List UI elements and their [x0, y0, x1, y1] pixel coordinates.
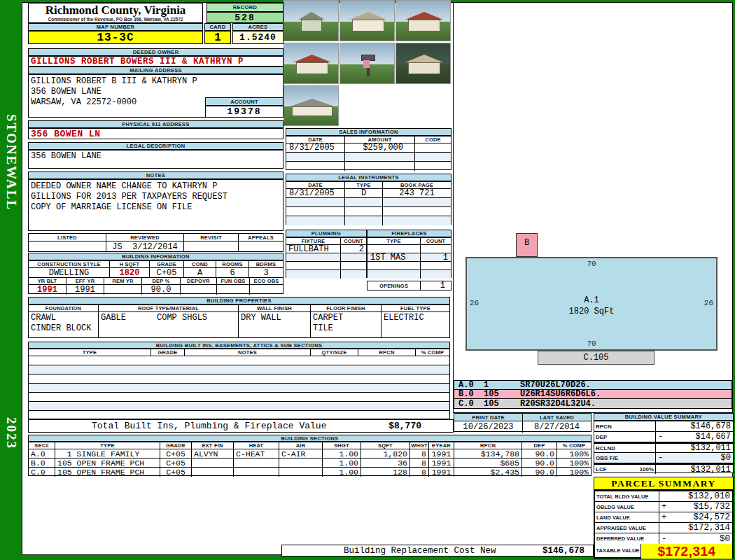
linst-date [286, 216, 345, 225]
sketch-section-c: C.105 [538, 351, 654, 365]
parcel-summary-row: DEFERRED VALUE - $0 [595, 533, 732, 544]
construction-style-value: DWELLING [29, 268, 110, 277]
photo-house-roof [290, 99, 335, 106]
bvs-operator [656, 465, 665, 474]
dep-pct-header: DEP % [142, 278, 181, 284]
sketch-code-row-b: B.0 105 U26R14SU6R6D6L6. [454, 390, 732, 399]
commissioner-line: Commissioner of the Revenue, PO Box 366,… [29, 17, 202, 22]
builtins-grade-header: GRADE [151, 349, 185, 356]
wall-finish-header: WALL FINISH [239, 305, 311, 312]
parcel-label: TOTAL BLDG VALUE [595, 491, 659, 501]
parcel-label: DEFERRED VALUE [595, 533, 659, 544]
sales-information-header: SALES INFORMATION [286, 128, 451, 136]
plumbing-row [286, 270, 366, 279]
linst-date: 8/31/2005 [286, 189, 345, 197]
photo-house-body [292, 106, 332, 116]
fixture-count-header: COUNT [341, 238, 366, 244]
building-section-row: A.0 1 SINGLE FAMILY C+05 ALVYN C-HEAT C-… [29, 449, 591, 458]
print-date-value: 10/26/2023 [454, 421, 523, 433]
roof-type: GABLE [101, 313, 126, 323]
fixture-value [286, 253, 341, 261]
building-value-row: OBS F/E - $0 [594, 453, 733, 463]
sketch-section-b: B [516, 233, 538, 257]
fixture-value: FULLBATH [286, 245, 341, 253]
sales-row [286, 162, 451, 171]
bvs-sublabel [646, 421, 656, 431]
sales-amount-header: AMOUNT [345, 136, 415, 143]
sqft-value: 128 [361, 468, 410, 477]
builtins-empty-row [29, 402, 449, 411]
sales-date [286, 162, 345, 171]
fireplace-type [368, 245, 421, 253]
code-section: A.0 [454, 381, 484, 389]
builtins-comp-header: % COMP [416, 349, 449, 356]
linst-bookpage [383, 207, 451, 216]
reviewed-value: JS 3/12/2014 [106, 241, 184, 252]
reviewed-header: REVIEWED [106, 234, 184, 241]
parcel-value: $24,572 [668, 512, 732, 522]
heat-value [234, 458, 279, 467]
shgt-header: SHGT [323, 442, 361, 449]
photo-garage-body [408, 62, 440, 74]
fireplace-row: 1ST MAS 1 [368, 253, 451, 262]
linst-type [345, 207, 383, 216]
year-tab-label: 2023 [1, 410, 21, 456]
builtins-total-value: $8,770 [388, 421, 421, 431]
card-number-value: 1 [204, 31, 231, 44]
legal-instrument-row: 8/31/2005 D 243 721 [286, 189, 451, 198]
parcel-operator: - [659, 533, 668, 544]
bvs-value: $132,011 [665, 444, 733, 452]
linst-date [286, 207, 345, 216]
floor-finish-line: TILE [313, 323, 381, 334]
type-value: 105 OPEN FRAME PCH [55, 458, 160, 467]
bvs-sublabel: 100% [646, 465, 656, 474]
replacement-cost-row: Building Replacement Cost New $146,678 [281, 545, 594, 556]
photo-house-roof [405, 12, 443, 20]
parcel-summary-table: TOTAL BLDG VALUE $132,010 OBLDG VALUE + … [594, 490, 734, 559]
parcel-label: LAND VALUE [595, 512, 659, 522]
whgt-value: 8 [410, 468, 429, 477]
fireplace-row [368, 245, 451, 253]
whgt-header: WHGT [410, 442, 429, 449]
dep-value: 90.0 [522, 449, 557, 458]
photo-house-body [352, 20, 384, 31]
openings-label: OPENINGS [368, 281, 421, 290]
fixture-value [286, 270, 341, 279]
taxable-value-row: TAXABLE VALUE $172,314 [595, 544, 732, 559]
parcel-operator: + [659, 502, 668, 512]
photo-house-body [408, 20, 440, 31]
builtins-empty-row [29, 393, 449, 402]
dep-header: DEP [522, 442, 557, 449]
fixture-header: FIXTURE [286, 238, 341, 244]
fireplace-type-header: TYPE [368, 238, 421, 244]
ecoobs-header: ECO OBS [250, 278, 283, 284]
grade-value: C+05 [160, 458, 192, 467]
air-value [279, 468, 323, 477]
parcel-summary-header: PARCEL SUMMARY [594, 477, 734, 490]
photo-house-roof [349, 12, 387, 20]
notes-header: NOTES [28, 172, 284, 179]
sec-header: SEC# [29, 442, 55, 449]
acres-header: ACRES [232, 23, 284, 31]
legal-instrument-row [286, 207, 451, 216]
property-photo [396, 0, 451, 41]
bdrms-value: 3 [249, 268, 283, 277]
type-value: 1 SINGLE FAMILY [55, 449, 160, 458]
linst-type-header: TYPE [345, 182, 383, 188]
fireplace-count [421, 262, 451, 270]
sketch-code-row-c: C.0 105 R20SR32D4L32U4. [454, 399, 732, 408]
sales-body: 8/31/2005 $259,000 [286, 144, 451, 171]
sketch-dim-bottom: 70 [467, 340, 716, 348]
roof-value: GABLECOMP SHGLS [99, 312, 239, 338]
parcel-summary-body: TOTAL BLDG VALUE $132,010 OBLDG VALUE + … [595, 491, 732, 544]
linst-date [286, 198, 345, 206]
type-header: TYPE [55, 442, 160, 449]
sales-code [415, 153, 451, 161]
bvs-label: OBS F/E [594, 453, 646, 463]
revisit-header: REVISIT [184, 234, 239, 241]
foundation-value: CRAWL CINDER BLOCK [29, 312, 99, 338]
legal-instrument-row [286, 216, 451, 225]
building-properties-table: FOUNDATION ROOF TYPE/MATERIAL WALL FINIS… [28, 304, 450, 338]
heat-value: C-HEAT [234, 449, 279, 458]
eyear-value: 1991 [429, 468, 454, 477]
